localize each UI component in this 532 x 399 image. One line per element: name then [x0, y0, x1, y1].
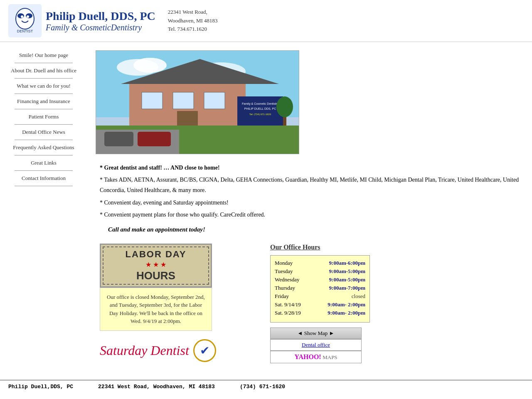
maps-text: MAPS [323, 354, 337, 360]
svg-rect-23 [104, 132, 133, 146]
svg-text:DENTIST: DENTIST [17, 29, 33, 33]
hours-row-monday: Monday 9:00am-6:00pm [275, 260, 365, 266]
main-layout: Smile! Our home page About Dr. Duell and… [0, 42, 532, 380]
hours-time: 9:00am-5:00pm [329, 276, 365, 283]
yahoo-maps-container[interactable]: YAHOO! MAPS [270, 351, 362, 363]
bottom-section: LABOR DAY ★ ★ ★ HOURS Our office is clos… [96, 244, 524, 372]
nav-divider [15, 155, 73, 155]
header-title-block: Philip Duell, DDS, PC Family & CosmeticD… [46, 10, 155, 32]
hours-time: 9:00am- 2:00pm [328, 301, 365, 308]
info-point4: * Convenient payment plans for those who… [100, 209, 520, 220]
labor-day-container: LABOR DAY ★ ★ ★ HOURS Our office is clos… [100, 244, 258, 362]
nav-divider [15, 170, 73, 171]
hours-row-friday: Friday closed [275, 293, 365, 300]
svg-rect-15 [204, 92, 225, 109]
nav-item-news[interactable]: Dental Office News [4, 127, 83, 137]
svg-text:Tel: (734) 671-1620: Tel: (734) 671-1620 [249, 113, 271, 116]
hours-day: Friday [275, 293, 316, 300]
labor-day-title-line2: HOURS [136, 269, 175, 282]
hours-time: 9:00am-5:00pm [329, 268, 365, 275]
practice-name: Philip Duell, DDS, PC [46, 10, 155, 23]
hours-time: closed [352, 293, 365, 300]
info-point1: * Great dentist and staff! … AND close t… [100, 163, 520, 173]
nav-item-services[interactable]: What we can do for you! [4, 81, 83, 91]
nav-divider [15, 186, 73, 186]
footer: Philip Duell,DDS, PC 22341 West Road, Wo… [0, 380, 532, 393]
office-hours-title: Our Office Hours [270, 244, 378, 251]
nav-item-faq[interactable]: Frequently Asked Questions [4, 143, 83, 153]
nav-item-financing[interactable]: Financing and Insurance [4, 96, 83, 106]
svg-point-4 [21, 15, 23, 18]
hours-day: Wednesday [275, 276, 316, 283]
footer-address: 22341 West Road, Woodhaven, MI 48183 [98, 384, 215, 390]
tooth-logo-icon: DENTIST [8, 4, 42, 37]
nav-item-about[interactable]: About Dr. Duell and his office [4, 66, 83, 76]
main-content: Family & Cosmetic Dentistry PHILIP DUELL… [87, 46, 532, 376]
hours-time: 9:00am-7:00pm [329, 285, 365, 291]
hours-day: Sat. 9/28/19 [275, 310, 316, 316]
nav-divider [15, 94, 73, 94]
office-hours-container: Our Office Hours Monday 9:00am-6:00pm Tu… [270, 244, 378, 363]
nav-item-contact[interactable]: Contact Information [4, 173, 83, 183]
hours-row-thursday: Thursday 9:00am-7:00pm [275, 285, 365, 291]
svg-point-9 [133, 58, 167, 73]
call-today: Call and make an appointment today! [108, 224, 520, 235]
footer-phone: (734) 671-1620 [240, 384, 285, 390]
hours-row-wednesday: Wednesday 9:00am-5:00pm [275, 276, 365, 283]
svg-text:PHILIP DUELL DDS, PC: PHILIP DUELL DDS, PC [244, 107, 276, 110]
address-line1: 22341 West Road, [168, 8, 218, 17]
hours-day: Monday [275, 260, 316, 266]
nav-divider [15, 63, 73, 63]
hours-row-sat2: Sat. 9/28/19 9:00am- 2:00pm [275, 310, 365, 316]
nav-divider [15, 124, 73, 125]
svg-point-2 [17, 13, 24, 18]
page-header: DENTIST Philip Duell, DDS, PC Family & C… [0, 0, 532, 42]
yahoo-text: YAHOO! [294, 353, 321, 360]
practice-subtitle: Family & CosmeticDentistry [46, 23, 155, 32]
hours-time: 9:00am-6:00pm [329, 260, 365, 266]
info-point2: * Takes ADN, AETNA, Assurant, BC/BS, CIG… [100, 175, 520, 195]
labor-day-stars: ★ ★ ★ [145, 261, 166, 268]
dental-office-link[interactable]: Dental office [270, 339, 362, 351]
svg-text:Family & Cosmetic Dentistry: Family & Cosmetic Dentistry [242, 102, 278, 106]
address-line2: Woodhaven, MI 48183 [168, 17, 218, 25]
nav-divider [15, 140, 73, 140]
labor-day-notice: Our office is closed Monday, September 2… [100, 288, 212, 331]
show-map-button[interactable]: ◄ Show Map ► [270, 328, 362, 339]
nav-item-home[interactable]: Smile! Our home page [4, 50, 83, 60]
footer-name: Philip Duell,DDS, PC [8, 384, 73, 390]
hours-table: Monday 9:00am-6:00pm Tuesday 9:00am-5:00… [270, 255, 370, 323]
phone-number: Tel. 734.671.1620 [168, 25, 218, 34]
hours-time: 9:00am- 2:00pm [328, 310, 365, 316]
office-photo: Family & Cosmetic Dentistry PHILIP DUELL… [96, 50, 299, 154]
nav-item-links[interactable]: Great Links [4, 158, 83, 168]
logo-container: DENTIST Philip Duell, DDS, PC Family & C… [8, 4, 155, 37]
info-section: * Great dentist and staff! … AND close t… [96, 163, 524, 235]
svg-rect-24 [138, 132, 171, 146]
hours-row-sat1: Sat. 9/14/19 9:00am- 2:00pm [275, 301, 365, 308]
svg-point-26 [276, 96, 293, 117]
nav-divider [15, 109, 73, 109]
svg-point-3 [26, 13, 32, 18]
nav-divider [15, 78, 73, 79]
hours-day: Tuesday [275, 268, 316, 275]
svg-rect-17 [237, 96, 283, 126]
saturday-dentist-text: Saturday Dentist [100, 343, 189, 358]
labor-day-title-line1: LABOR DAY [126, 249, 187, 260]
hours-day: Sat. 9/14/19 [275, 301, 316, 308]
sidebar: Smile! Our home page About Dr. Duell and… [0, 46, 87, 376]
checkmark-icon: ✔ [193, 339, 216, 362]
header-contact: 22341 West Road, Woodhaven, MI 48183 Tel… [168, 8, 218, 34]
labor-day-header: LABOR DAY ★ ★ ★ HOURS [100, 244, 212, 288]
office-photo-svg: Family & Cosmetic Dentistry PHILIP DUELL… [96, 51, 299, 154]
svg-rect-14 [173, 92, 194, 109]
nav-item-patient-forms[interactable]: Patient Forms [4, 112, 83, 122]
hours-day: Thursday [275, 285, 316, 291]
saturday-dentist: Saturday Dentist ✔ [100, 339, 258, 362]
svg-point-1 [16, 8, 34, 29]
hours-row-tuesday: Tuesday 9:00am-5:00pm [275, 268, 365, 275]
svg-rect-13 [142, 92, 163, 109]
svg-point-5 [27, 15, 29, 18]
info-point3: * Convenient day, evening and Saturday a… [100, 197, 520, 208]
